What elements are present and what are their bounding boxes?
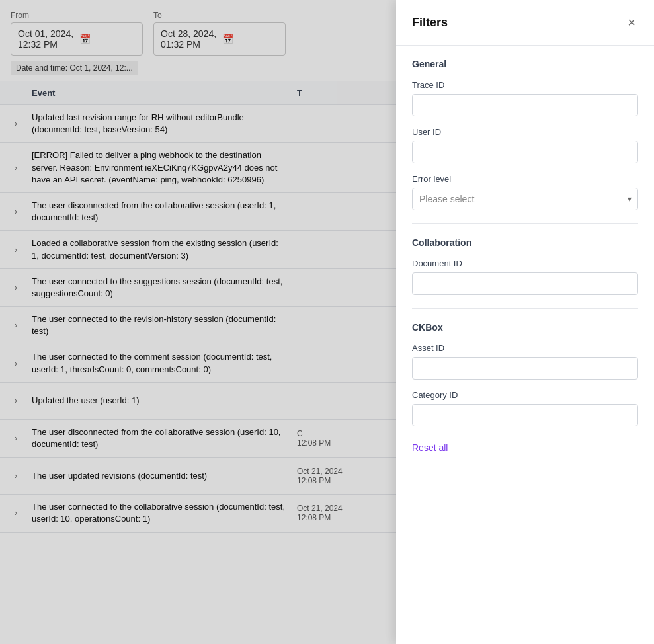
- filters-panel: Filters × General Trace ID User ID Error…: [396, 0, 654, 644]
- trace-id-label: Trace ID: [412, 80, 638, 90]
- category-id-input[interactable]: [412, 404, 638, 426]
- section-divider: [412, 308, 638, 309]
- filters-panel-title: Filters: [412, 16, 448, 30]
- trace-id-field: Trace ID: [412, 80, 638, 116]
- asset-id-label: Asset ID: [412, 343, 638, 353]
- filters-panel-body: General Trace ID User ID Error level Ple…: [396, 46, 654, 644]
- category-id-field: Category ID: [412, 390, 638, 426]
- section-divider: [412, 223, 638, 224]
- asset-id-field: Asset ID: [412, 343, 638, 380]
- collaboration-section-title: Collaboration: [412, 237, 638, 248]
- reset-all-button[interactable]: Reset all: [412, 437, 448, 458]
- general-section-title: General: [412, 59, 638, 69]
- document-id-input[interactable]: [412, 272, 638, 295]
- error-level-select-wrap: Please select Error Warning Info Debug ▾: [412, 188, 638, 210]
- error-level-label: Error level: [412, 174, 638, 184]
- user-id-label: User ID: [412, 127, 638, 137]
- asset-id-input[interactable]: [412, 357, 638, 380]
- trace-id-input[interactable]: [412, 94, 638, 116]
- document-id-label: Document ID: [412, 259, 638, 268]
- user-id-input[interactable]: [412, 141, 638, 163]
- error-level-select[interactable]: Please select Error Warning Info Debug: [412, 188, 638, 210]
- user-id-field: User ID: [412, 127, 638, 163]
- category-id-label: Category ID: [412, 390, 638, 400]
- document-id-field: Document ID: [412, 259, 638, 295]
- error-level-field: Error level Please select Error Warning …: [412, 174, 638, 210]
- filters-panel-header: Filters ×: [396, 0, 654, 46]
- filters-close-button[interactable]: ×: [625, 13, 638, 32]
- ckbox-section-title: CKBox: [412, 322, 638, 333]
